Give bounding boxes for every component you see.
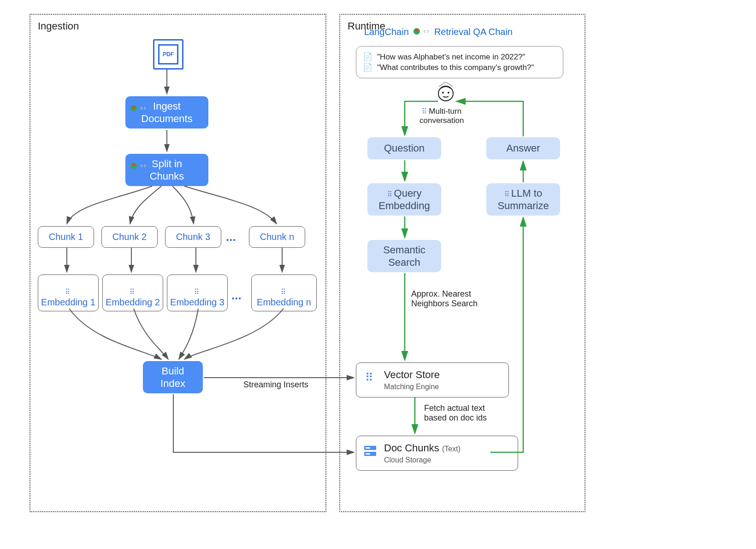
embedding-node: ⠿Embedding 1 (38, 274, 99, 311)
vertex-icon: ⠿ (65, 288, 70, 297)
embedding-label: Embedding n (257, 297, 311, 308)
vertex-icon: ⠿ (365, 371, 373, 384)
vertex-icon: ⠿ (387, 190, 392, 198)
embedding-node: ⠿Embedding 2 (102, 274, 163, 311)
chunk-node: Chunk 2 (101, 226, 158, 248)
ellipsis: ... (231, 288, 242, 303)
example-question-2: "What contributes to this company's grow… (377, 63, 534, 72)
fetch-label: Fetch actual text based on doc ids (424, 403, 487, 423)
streaming-inserts-label: Streaming Inserts (243, 380, 308, 390)
langchain-link[interactable]: LangChain (364, 27, 409, 37)
chat-line-icon: 📄 (363, 52, 372, 62)
chunk-node: Chunk 3 (165, 226, 221, 248)
doc-chunks-title: Doc Chunks (Text) (384, 442, 461, 455)
speech-bubble: 📄"How was Alphabet's net income in 2022?… (356, 46, 563, 78)
embedding-label: Embedding 1 (41, 297, 95, 308)
embedding-label: Embedding 2 (106, 297, 160, 308)
vector-store-subtitle: Matching Engine (384, 382, 439, 391)
chat-line-icon: 📄 (363, 63, 372, 72)
cloud-storage-icon (363, 444, 377, 458)
vertex-icon: ⠿ (281, 288, 286, 297)
vertex-icon: ⠿ (422, 107, 427, 115)
multi-turn-label: ⠿Multi-turn conversation (419, 107, 464, 125)
vertex-icon: ⠿ (504, 190, 509, 198)
pdf-label: PDF (158, 44, 178, 64)
svg-point-3 (132, 164, 135, 166)
user-icon (434, 82, 457, 105)
svg-point-7 (442, 92, 444, 93)
question-node: Question (367, 137, 441, 159)
doc-chunks-subtitle: Cloud Storage (384, 456, 431, 465)
svg-point-5 (415, 29, 418, 32)
langchain-mini-icon-1 (130, 105, 149, 114)
embedding-node: ⠿Embedding n (251, 274, 317, 311)
embedding-node: ⠿Embedding 3 (167, 274, 228, 311)
svg-point-8 (448, 92, 449, 93)
ellipsis: ... (226, 230, 236, 244)
svg-rect-11 (366, 447, 370, 449)
embedding-label: Embedding 3 (170, 297, 224, 308)
build-index-node: Build Index (143, 361, 203, 393)
ingestion-title: Ingestion (38, 20, 79, 32)
example-question-1: "How was Alphabet's net income in 2022?" (377, 53, 526, 62)
query-embedding-node: ⠿Query Embedding (367, 183, 441, 216)
doc-chunks-node: Doc Chunks (Text) Cloud Storage (356, 436, 518, 471)
ann-label: Approx. Nearest Neighbors Search (411, 289, 478, 309)
langchain-logo-icon (413, 28, 430, 35)
llm-summarize-node: ⠿LLM to Summarize (486, 183, 560, 216)
svg-point-6 (438, 86, 453, 101)
vector-store-node: Vector Store Matching Engine (356, 362, 509, 397)
chunk-node: Chunk n (249, 226, 305, 248)
ingestion-panel: Ingestion (30, 14, 326, 512)
pdf-icon: PDF (153, 39, 183, 70)
semantic-search-node: Semantic Search (367, 240, 441, 272)
answer-node: Answer (486, 137, 560, 159)
svg-rect-12 (366, 453, 370, 455)
langchain-mini-icon-2 (130, 162, 149, 171)
vertex-icon: ⠿ (130, 288, 135, 297)
vertex-icon: ⠿ (194, 288, 199, 297)
chunk-node: Chunk 1 (38, 226, 94, 248)
retrieval-qa-link[interactable]: Retrieval QA Chain (434, 27, 513, 37)
svg-point-1 (132, 106, 135, 109)
runtime-header: LangChain Retrieval QA Chain (364, 27, 513, 37)
vector-store-title: Vector Store (384, 368, 440, 381)
